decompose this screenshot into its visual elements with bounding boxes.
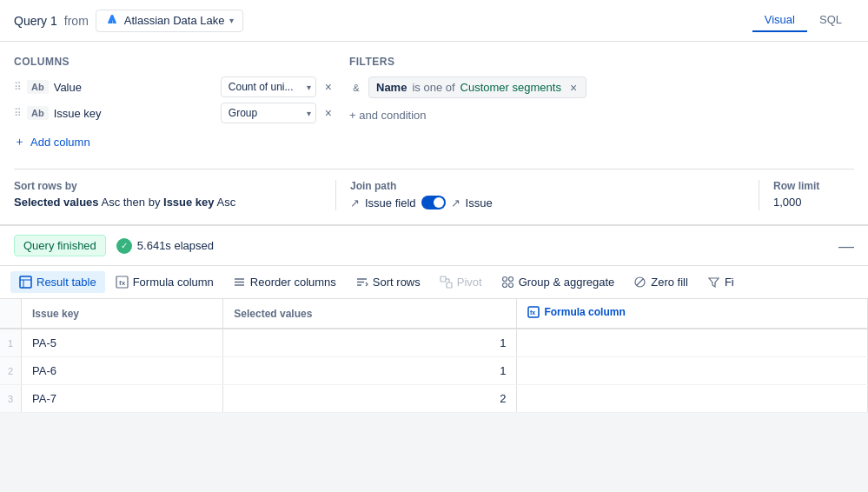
zero-fill-icon: [633, 276, 646, 289]
table-icon: [19, 276, 32, 289]
table-row: 3 PA-7 2: [0, 385, 868, 413]
drag-handle-issue-key[interactable]: ⠿: [14, 107, 22, 119]
sort-rows-button[interactable]: Sort rows: [347, 271, 429, 293]
result-table-button[interactable]: Result table: [10, 271, 105, 293]
join-item-issue-field: Issue field: [365, 196, 416, 209]
table-row: 1 PA-5 1: [0, 329, 868, 357]
sort-value-suffix: Asc: [216, 196, 235, 209]
col-name-issue-key: Issue key: [54, 107, 215, 120]
cell-issue-key-3: PA-7: [22, 385, 223, 413]
col-type-ab-issue-key: Ab: [27, 106, 49, 120]
filters-title: Filters: [349, 56, 854, 68]
query-label-group: Query 1 from Atlassian Data Lake ▾: [14, 10, 243, 32]
from-text: from: [64, 14, 89, 28]
remove-col-value-button[interactable]: ×: [321, 79, 335, 95]
column-row-value: ⠿ Ab Value Count of uni... Count Sum Avg…: [14, 76, 335, 97]
filter-operator: is one of: [412, 81, 454, 94]
formula-column-button[interactable]: fx Formula column: [107, 271, 222, 293]
add-condition-label: + and condition: [349, 109, 427, 122]
toolbar-bar: Result table fx Formula column Reorder c…: [0, 266, 868, 299]
drag-handle-value[interactable]: ⠿: [14, 81, 22, 93]
filters-section: Filters & Name is one of Customer segmen…: [349, 56, 854, 155]
tab-sql[interactable]: SQL: [807, 9, 854, 32]
zero-fill-label: Zero fill: [651, 276, 688, 289]
reorder-icon: [233, 276, 246, 289]
cell-selected-values-1: 1: [223, 329, 517, 357]
group-aggregate-button[interactable]: Group & aggregate: [493, 271, 624, 293]
sort-rows-label: Sort rows: [373, 276, 421, 289]
add-condition-button[interactable]: + and condition: [349, 105, 427, 125]
svg-point-14: [502, 283, 507, 288]
reorder-columns-button[interactable]: Reorder columns: [224, 271, 345, 293]
row-num-1: 1: [0, 329, 22, 357]
issue-field-arrow-icon: ↗: [350, 196, 360, 209]
elapsed-text: 5.641s elapsed: [137, 239, 214, 252]
query-status-left: Query finished ✓ 5.641s elapsed: [14, 235, 214, 256]
svg-point-12: [502, 277, 507, 282]
view-tabs: Visual SQL: [752, 9, 854, 32]
join-toggle-circle[interactable]: [421, 196, 446, 209]
result-table-body: 1 PA-5 1 2 PA-6 1 3 PA-7 2: [0, 329, 868, 413]
add-column-button[interactable]: ＋ Add column: [14, 129, 90, 155]
atlassian-icon: [105, 14, 119, 28]
reorder-columns-label: Reorder columns: [250, 276, 336, 289]
tab-visual[interactable]: Visual: [752, 9, 807, 32]
svg-rect-8: [441, 276, 446, 282]
col-select-value[interactable]: Count of uni... Count Sum Avg Group: [221, 76, 316, 97]
sort-value-field: Issue key: [163, 196, 215, 209]
col-select-issue-key[interactable]: Group Count Sum Avg: [221, 103, 316, 123]
join-item-issue: Issue: [466, 196, 493, 209]
pivot-icon: [440, 276, 453, 289]
result-table-container: Issue key Selected values fx Formula col…: [0, 299, 868, 413]
join-label: Join path: [350, 180, 745, 192]
svg-text:fx: fx: [530, 309, 535, 316]
cell-issue-key-2: PA-6: [22, 357, 223, 385]
result-table-header: Issue key Selected values fx Formula col…: [0, 299, 868, 329]
join-section: Join path ↗ Issue field ↗ Issue: [335, 180, 759, 210]
join-path-items: ↗ Issue field ↗ Issue: [350, 196, 745, 210]
sort-value-prefix: Selected values: [14, 196, 99, 209]
cell-formula-2: [517, 357, 868, 385]
sort-value-text: Asc then by: [101, 196, 163, 209]
column-row-issue-key: ⠿ Ab Issue key Group Count Sum Avg ×: [14, 103, 335, 123]
svg-line-17: [637, 279, 644, 286]
row-limit-section: Row limit 1,000: [759, 180, 854, 210]
remove-col-issue-key-button[interactable]: ×: [321, 105, 335, 121]
issue-arrow-icon: ↗: [451, 196, 461, 209]
datasource-button[interactable]: Atlassian Data Lake ▾: [96, 10, 244, 32]
col-select-wrapper-value: Count of uni... Count Sum Avg Group: [221, 76, 316, 97]
zero-fill-button[interactable]: Zero fill: [625, 271, 697, 293]
join-toggle[interactable]: [421, 196, 446, 210]
filter-remove-button[interactable]: ×: [568, 82, 579, 94]
row-num-2: 2: [0, 357, 22, 385]
query-label-text: Query 1: [14, 14, 57, 28]
columns-filters-row: Columns ⠿ Ab Value Count of uni... Count…: [14, 56, 854, 155]
cell-formula-1: [517, 329, 868, 357]
filter-chip[interactable]: Name is one of Customer segments ×: [368, 76, 586, 98]
top-bar: Query 1 from Atlassian Data Lake ▾ Visua…: [0, 0, 868, 42]
pivot-button[interactable]: Pivot: [431, 271, 491, 293]
filter-button[interactable]: Fi: [699, 271, 743, 293]
cell-selected-values-3: 2: [223, 385, 517, 413]
row-limit-value: 1,000: [773, 196, 854, 209]
row-num-3: 3: [0, 385, 22, 413]
filter-value: Customer segments: [461, 81, 561, 94]
minimize-button[interactable]: —: [838, 238, 854, 254]
filter-field-name: Name: [376, 81, 407, 94]
col-name-value: Value: [54, 81, 215, 94]
filter-icon: [707, 276, 720, 289]
formula-icon: fx: [116, 276, 129, 289]
elapsed-text-group: ✓ 5.641s elapsed: [116, 238, 214, 254]
filter-label: Fi: [725, 276, 734, 289]
cell-formula-3: [517, 385, 868, 413]
columns-section: Columns ⠿ Ab Value Count of uni... Count…: [14, 56, 335, 155]
col-header-formula: fx Formula column: [517, 299, 868, 329]
table-row: 2 PA-6 1: [0, 357, 868, 385]
svg-text:fx: fx: [119, 279, 126, 287]
sort-label: Sort rows by: [14, 180, 321, 192]
cell-issue-key-1: PA-5: [22, 329, 223, 357]
datasource-label: Atlassian Data Lake: [124, 14, 225, 27]
formula-column-label: Formula column: [133, 276, 214, 289]
row-num-header: [0, 299, 22, 329]
svg-rect-9: [447, 283, 452, 288]
